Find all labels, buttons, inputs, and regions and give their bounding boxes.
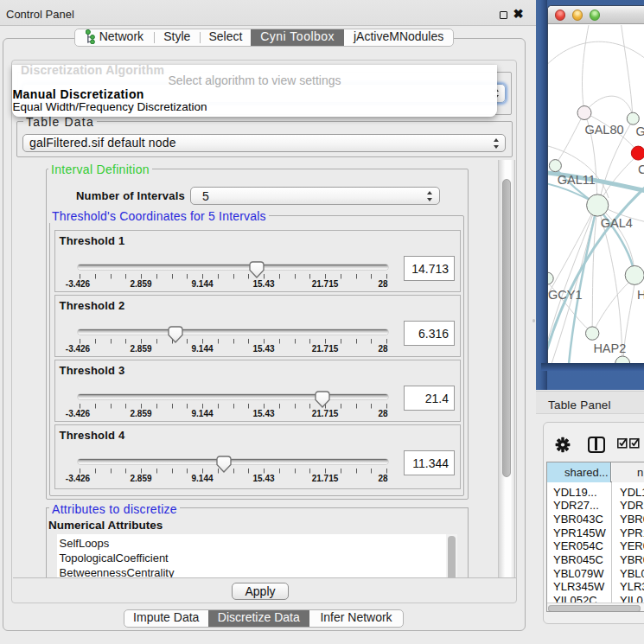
svg-text:GAL7: GAL7 xyxy=(636,124,644,138)
svg-text:HAP2: HAP2 xyxy=(593,341,626,355)
svg-text:CDC6: CDC6 xyxy=(638,163,644,176)
svg-text:GAL4: GAL4 xyxy=(601,216,633,230)
svg-text:GAL80: GAL80 xyxy=(584,123,623,137)
svg-text:HIS7: HIS7 xyxy=(637,288,644,302)
svg-text:GAL11: GAL11 xyxy=(558,173,596,187)
svg-text:GCY1: GCY1 xyxy=(548,288,583,302)
